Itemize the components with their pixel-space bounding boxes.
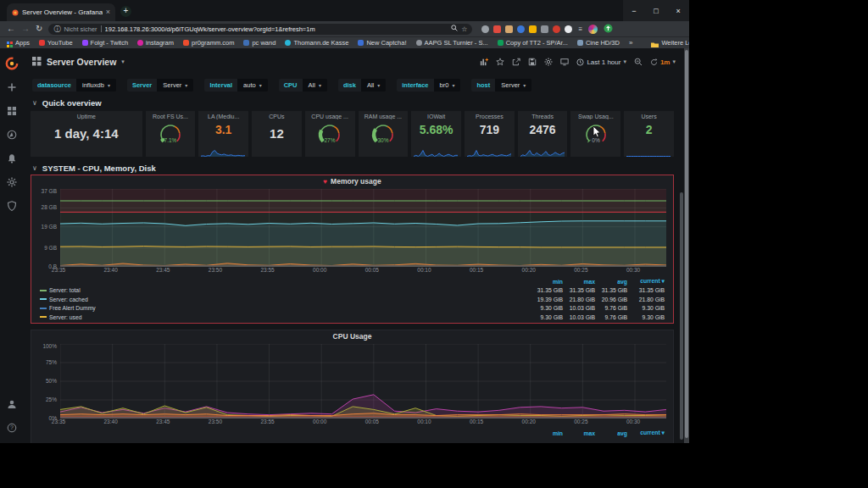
dashboard-title[interactable]: Server Overview [47, 57, 116, 67]
bookmark-item[interactable]: Folgt - Twitch [82, 39, 128, 47]
variable-value-dropdown[interactable]: auto▾ [237, 79, 268, 92]
stat-panel-title[interactable]: IOWait [411, 111, 461, 119]
new-tab-button[interactable]: + [120, 6, 131, 17]
browser-scrollbar[interactable] [684, 48, 689, 443]
bookmark-item[interactable]: Thomann.de Kasse [285, 39, 348, 47]
forward-button[interactable]: → [21, 25, 30, 33]
browser-tab[interactable]: Server Overview - Grafana × [7, 3, 115, 21]
refresh-picker[interactable]: 1m▾ [650, 58, 676, 66]
stat-panel-title[interactable]: Uptime [31, 111, 142, 119]
sidebar-alerting-icon[interactable] [4, 151, 19, 166]
sidebar-plus-icon[interactable] [4, 80, 19, 95]
sidebar-explore-icon[interactable] [4, 127, 19, 142]
variable-value-dropdown[interactable]: Server▾ [495, 79, 531, 92]
extension-grey-icon[interactable] [481, 25, 489, 33]
sidebar-dashboards-icon[interactable] [4, 103, 19, 119]
variable-value-dropdown[interactable]: All▾ [303, 79, 327, 92]
bookmark-star-icon[interactable]: ☆ [461, 25, 467, 33]
bookmark-item[interactable]: Cine HD/3D [577, 39, 620, 47]
stat-panel-title[interactable]: CPU usage ... [305, 111, 355, 119]
variable-value-dropdown[interactable]: influxdb▾ [76, 79, 116, 92]
legend-sort-min[interactable]: min [531, 279, 563, 285]
legend-series-name[interactable]: Server: cached [40, 297, 531, 302]
stat-panel-title[interactable]: CPUs [252, 111, 302, 119]
dashboard-grid-icon[interactable] [32, 54, 42, 69]
variable-value-dropdown[interactable]: All▾ [361, 79, 386, 92]
address-bar[interactable]: ⓘ Nicht sicher 192.168.178.26:3000/d/p6i… [48, 24, 472, 35]
update-badge[interactable] [604, 21, 613, 36]
extension-red-round-icon[interactable] [553, 25, 560, 33]
info-icon[interactable]: ⓘ [53, 25, 60, 34]
more-bookmarks-button[interactable]: Weitere Lesezeichen [651, 36, 689, 48]
section-system[interactable]: ∨ SYSTEM - CPU, Memory, Disk [24, 162, 684, 175]
chart-canvas[interactable] [60, 344, 666, 419]
menu-icon[interactable]: ≡ [578, 25, 582, 33]
bookmark-item[interactable]: YouTube [39, 39, 72, 47]
x-axis-tick: 00:20 [519, 267, 539, 273]
sidebar-grafana-logo-icon [4, 56, 19, 71]
variable-value-dropdown[interactable]: br0▾ [434, 79, 461, 92]
variable-value-dropdown[interactable]: Server▾ [157, 79, 193, 92]
sparkline [520, 146, 565, 155]
bookmark-label: Thomann.de Kasse [293, 39, 348, 47]
share-icon[interactable] [512, 54, 520, 69]
legend-sort-max[interactable]: max [563, 279, 595, 285]
legend-sort-current[interactable]: current ▾ [627, 430, 665, 436]
section-quick-overview[interactable]: ∨ Quick overview [24, 97, 684, 109]
legend-sort-current[interactable]: current ▾ [627, 278, 665, 285]
bookmarks-overflow-chevron[interactable]: » [629, 39, 632, 47]
minimize-button[interactable]: − [632, 7, 636, 15]
legend-sort-max[interactable]: max [563, 430, 595, 436]
star-icon[interactable] [496, 54, 504, 69]
gear-icon[interactable] [544, 54, 553, 69]
profile-avatar[interactable] [588, 25, 598, 34]
bookmark-item[interactable]: Apps [7, 36, 30, 48]
chevron-down-icon: ∨ [32, 164, 37, 172]
bookmark-item[interactable]: AAPG SL Turnier - S... [416, 39, 488, 47]
legend-sort-avg[interactable]: avg [595, 279, 627, 285]
stat-panel-title[interactable]: RAM usage ... [359, 111, 409, 119]
add-panel-icon[interactable] [480, 54, 488, 69]
tab-close-icon[interactable]: × [106, 8, 110, 16]
back-button[interactable]: ← [7, 25, 15, 33]
stat-panel-title[interactable]: Processes [465, 111, 515, 119]
legend-series-name[interactable]: Server: used [40, 314, 531, 320]
bookmark-item[interactable]: New Captcha! [358, 39, 406, 47]
stat-panel-title[interactable]: Users [624, 111, 674, 119]
bookmark-item[interactable]: Copy of TT2 - SP/Ar... [498, 39, 568, 47]
panel-title[interactable]: ♥Memory usage [31, 175, 673, 187]
maximize-button[interactable]: □ [654, 7, 658, 15]
stat-panel-title[interactable]: Threads [518, 111, 568, 119]
sidebar-user-icon[interactable] [4, 396, 19, 412]
extension-w-yellow-icon[interactable] [529, 25, 537, 33]
time-range-picker[interactable]: Last 1 hour▾ [576, 58, 626, 66]
reload-button[interactable]: ↻ [36, 25, 42, 33]
sidebar-shield-icon[interactable] [4, 198, 19, 214]
panel-title[interactable]: CPU Usage [31, 330, 673, 342]
legend-sort-min[interactable]: min [531, 430, 563, 436]
extension-half-circle-icon[interactable] [565, 25, 572, 33]
legend-series-name[interactable]: Server: total [40, 287, 531, 293]
save-icon[interactable] [528, 54, 537, 69]
extension-blue-icon[interactable] [517, 25, 525, 33]
chart-canvas[interactable] [60, 189, 666, 267]
extension-red-square-icon[interactable] [493, 25, 501, 33]
bookmark-item[interactable]: pr0gramm.com [183, 39, 234, 47]
sidebar-help-icon[interactable]: ? [4, 420, 19, 435]
bookmark-item[interactable]: pc wand [243, 39, 275, 47]
extension-shield-icon[interactable] [541, 25, 548, 33]
zoom-out-icon[interactable] [634, 54, 643, 69]
stat-panel-title[interactable]: Root FS Us... [146, 111, 196, 119]
close-button[interactable]: × [676, 7, 680, 15]
legend-series-name[interactable]: Free Alert Dummy [40, 305, 531, 311]
zoom-icon[interactable] [451, 25, 458, 33]
dashboard-scrollbar[interactable] [680, 192, 683, 440]
stat-panel-title[interactable]: LA (Mediu... [198, 111, 248, 119]
title-caret-icon[interactable]: ▾ [121, 58, 125, 65]
extension-tan-icon[interactable] [505, 25, 513, 33]
sidebar-settings-icon[interactable] [4, 175, 19, 190]
bookmark-item[interactable]: instagram [137, 39, 174, 47]
stat-panel-title[interactable]: Swap Usag... [570, 111, 620, 119]
kiosk-icon[interactable] [560, 54, 569, 69]
legend-sort-avg[interactable]: avg [595, 430, 627, 436]
